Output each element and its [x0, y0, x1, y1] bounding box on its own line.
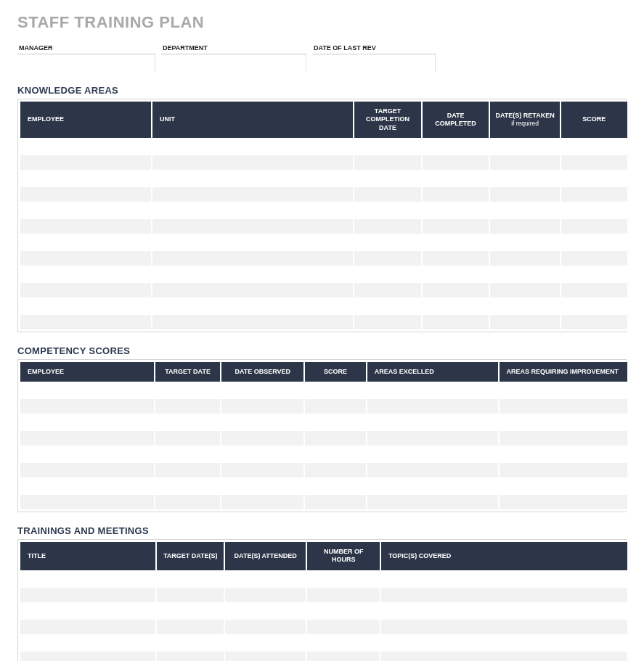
trainings-cell-topics[interactable]: [381, 620, 627, 634]
competency-cell-target_date[interactable]: [155, 431, 220, 446]
trainings-cell-hours[interactable]: [307, 620, 379, 634]
knowledge-cell-retaken[interactable]: [490, 139, 559, 154]
knowledge-cell-employee[interactable]: [20, 283, 151, 297]
competency-cell-date_observed[interactable]: [221, 479, 303, 493]
knowledge-cell-retaken[interactable]: [490, 299, 559, 313]
knowledge-cell-completed[interactable]: [423, 315, 489, 329]
knowledge-cell-employee[interactable]: [20, 203, 151, 218]
knowledge-cell-score[interactable]: [561, 251, 627, 266]
knowledge-cell-target[interactable]: [354, 299, 421, 313]
trainings-cell-hours[interactable]: [307, 572, 379, 586]
trainings-cell-target_dates[interactable]: [157, 572, 224, 586]
knowledge-cell-unit[interactable]: [152, 139, 353, 154]
trainings-cell-hours[interactable]: [307, 652, 379, 662]
knowledge-cell-completed[interactable]: [423, 299, 489, 313]
knowledge-cell-completed[interactable]: [423, 187, 489, 202]
competency-cell-excelled[interactable]: [367, 415, 498, 430]
trainings-cell-dates_attended[interactable]: [225, 636, 306, 650]
manager-input[interactable]: [17, 54, 155, 72]
competency-cell-date_observed[interactable]: [221, 463, 303, 477]
department-input[interactable]: [161, 54, 306, 72]
knowledge-cell-retaken[interactable]: [490, 203, 559, 218]
competency-cell-improve[interactable]: [500, 415, 627, 430]
knowledge-cell-target[interactable]: [354, 171, 421, 186]
trainings-cell-topics[interactable]: [381, 588, 627, 602]
competency-cell-improve[interactable]: [500, 447, 627, 461]
competency-cell-date_observed[interactable]: [221, 431, 303, 446]
competency-cell-target_date[interactable]: [155, 447, 220, 461]
trainings-cell-target_dates[interactable]: [157, 652, 224, 662]
competency-cell-date_observed[interactable]: [221, 399, 303, 414]
competency-cell-target_date[interactable]: [155, 495, 220, 509]
competency-cell-target_date[interactable]: [155, 399, 220, 414]
knowledge-cell-target[interactable]: [354, 235, 421, 250]
trainings-cell-topics[interactable]: [381, 604, 627, 618]
trainings-cell-title[interactable]: [20, 572, 155, 586]
competency-cell-score[interactable]: [305, 479, 365, 493]
knowledge-cell-completed[interactable]: [423, 251, 489, 266]
competency-cell-employee[interactable]: [20, 463, 154, 477]
lastrev-input[interactable]: [312, 54, 436, 72]
knowledge-cell-retaken[interactable]: [490, 219, 559, 234]
knowledge-cell-score[interactable]: [561, 235, 627, 250]
trainings-cell-topics[interactable]: [381, 652, 627, 662]
knowledge-cell-retaken[interactable]: [490, 251, 559, 266]
competency-cell-employee[interactable]: [20, 495, 154, 509]
knowledge-cell-unit[interactable]: [152, 315, 353, 329]
competency-cell-date_observed[interactable]: [221, 495, 303, 509]
knowledge-cell-employee[interactable]: [20, 155, 151, 170]
trainings-cell-title[interactable]: [20, 604, 155, 618]
knowledge-cell-employee[interactable]: [20, 267, 151, 282]
trainings-cell-title[interactable]: [20, 620, 155, 634]
knowledge-cell-unit[interactable]: [152, 187, 353, 202]
trainings-cell-dates_attended[interactable]: [225, 588, 306, 602]
competency-cell-improve[interactable]: [500, 463, 627, 477]
knowledge-cell-retaken[interactable]: [490, 155, 559, 170]
competency-cell-score[interactable]: [305, 463, 365, 477]
competency-cell-date_observed[interactable]: [221, 415, 303, 430]
knowledge-cell-employee[interactable]: [20, 187, 151, 202]
knowledge-cell-retaken[interactable]: [490, 283, 559, 297]
competency-cell-excelled[interactable]: [367, 463, 498, 477]
knowledge-cell-retaken[interactable]: [490, 315, 559, 329]
competency-cell-score[interactable]: [305, 399, 365, 414]
competency-cell-target_date[interactable]: [155, 383, 220, 398]
knowledge-cell-employee[interactable]: [20, 139, 151, 154]
competency-cell-target_date[interactable]: [155, 415, 220, 430]
knowledge-cell-retaken[interactable]: [490, 267, 559, 282]
competency-cell-employee[interactable]: [20, 479, 154, 493]
knowledge-cell-target[interactable]: [354, 139, 421, 154]
knowledge-cell-retaken[interactable]: [490, 235, 559, 250]
competency-cell-employee[interactable]: [20, 431, 154, 446]
knowledge-cell-unit[interactable]: [152, 155, 353, 170]
knowledge-cell-target[interactable]: [354, 267, 421, 282]
competency-cell-improve[interactable]: [500, 399, 627, 414]
trainings-cell-title[interactable]: [20, 588, 155, 602]
competency-cell-target_date[interactable]: [155, 463, 220, 477]
competency-cell-score[interactable]: [305, 383, 365, 398]
knowledge-cell-completed[interactable]: [423, 203, 489, 218]
competency-cell-excelled[interactable]: [367, 495, 498, 509]
competency-cell-employee[interactable]: [20, 415, 154, 430]
trainings-cell-topics[interactable]: [381, 572, 627, 586]
competency-cell-date_observed[interactable]: [221, 447, 303, 461]
trainings-cell-target_dates[interactable]: [157, 604, 224, 618]
knowledge-cell-score[interactable]: [561, 219, 627, 234]
trainings-cell-dates_attended[interactable]: [225, 652, 306, 662]
trainings-cell-hours[interactable]: [307, 588, 379, 602]
knowledge-cell-completed[interactable]: [423, 171, 489, 186]
competency-cell-excelled[interactable]: [367, 399, 498, 414]
competency-cell-excelled[interactable]: [367, 383, 498, 398]
knowledge-cell-score[interactable]: [561, 155, 627, 170]
trainings-cell-target_dates[interactable]: [157, 620, 224, 634]
competency-cell-score[interactable]: [305, 431, 365, 446]
knowledge-cell-score[interactable]: [561, 299, 627, 313]
knowledge-cell-completed[interactable]: [423, 139, 489, 154]
knowledge-cell-completed[interactable]: [423, 235, 489, 250]
knowledge-cell-score[interactable]: [561, 171, 627, 186]
knowledge-cell-unit[interactable]: [152, 219, 353, 234]
competency-cell-improve[interactable]: [500, 495, 627, 509]
knowledge-cell-employee[interactable]: [20, 171, 151, 186]
knowledge-cell-target[interactable]: [354, 251, 421, 266]
competency-cell-date_observed[interactable]: [221, 383, 303, 398]
